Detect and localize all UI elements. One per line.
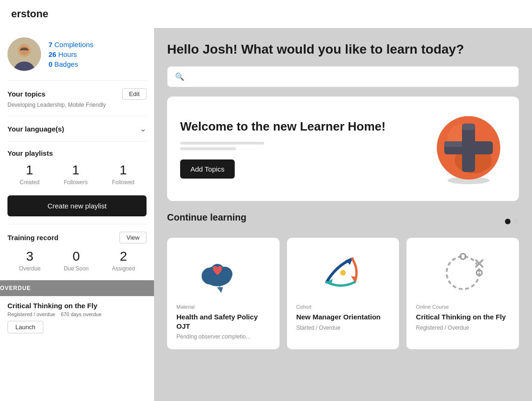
language-section[interactable]: Your language(s) ⌄ (7, 116, 147, 142)
welcome-lines (180, 142, 273, 150)
continue-header: Continue learning (167, 212, 519, 230)
followers-stat: 1 Followers (64, 163, 88, 186)
card-type-3: Online Course (416, 304, 510, 310)
overdue-section: OVERDUE (0, 280, 154, 296)
playlists-stats: 1 Created 1 Followers 1 Followed (7, 163, 147, 186)
welcome-title: Welcome to the new Learner Home! (180, 119, 385, 135)
learning-card-1[interactable]: Material Health and Safety Policy OJT Pe… (167, 238, 280, 349)
svg-rect-11 (444, 141, 462, 147)
plus-3d-icon (431, 111, 506, 186)
created-label: Created (20, 179, 40, 186)
card-status-1: Pending observer completio... (176, 333, 270, 340)
training-stats: 3 Overdue 0 Due Soon 2 Assigned (7, 249, 147, 272)
training-title: Training record (7, 234, 58, 242)
overdue-status: Registered / overdue (7, 311, 55, 317)
add-topics-button[interactable]: Add Topics (180, 159, 235, 179)
created-stat: 1 Created (20, 163, 40, 186)
avatar (7, 37, 41, 71)
main-content: Hello Josh! What would you like to learn… (154, 28, 532, 401)
playlists-section: Your playlists 1 Created 1 Followers 1 F… (7, 142, 147, 224)
card-image-2 (296, 247, 390, 298)
completions-label: Completions (55, 41, 93, 48)
badges-count: 0 (49, 60, 52, 68)
created-count: 1 (20, 163, 40, 178)
greeting: Hello Josh! What would you like to learn… (167, 42, 519, 57)
completions-count: 7 (49, 41, 52, 48)
completions-stat: 7 Completions (49, 41, 93, 48)
badges-label: Badges (55, 60, 78, 68)
assigned-count: 2 (112, 249, 135, 264)
launch-button[interactable]: Launch (7, 321, 43, 333)
overdue-stat: 3 Overdue (19, 249, 41, 272)
learning-card-2[interactable]: Cohort New Manager Orientation Started /… (287, 238, 399, 349)
overdue-item-container: Critical Thinking on the Fly Registered … (0, 296, 154, 344)
overdue-item-title: Critical Thinking on the Fly (7, 302, 147, 310)
assigned-label: Assigned (112, 265, 135, 272)
overdue-meta: Registered / overdue 670 days overdue (7, 311, 147, 317)
card-title-2: New Manager Orientation (296, 312, 390, 322)
welcome-text: Welcome to the new Learner Home! Add Top… (180, 119, 385, 179)
svg-rect-9 (462, 124, 475, 172)
language-title: Your language(s) (7, 125, 64, 133)
card-title-1: Health and Safety Policy OJT (176, 312, 270, 331)
hours-count: 26 (49, 50, 56, 58)
health-safety-icon (200, 252, 246, 294)
training-view-button[interactable]: View (119, 232, 147, 243)
overdue-item: Critical Thinking on the Fly Registered … (7, 296, 147, 336)
topics-value: Developing Leadership, Mobile Friendly (7, 102, 147, 108)
welcome-card: Welcome to the new Learner Home! Add Top… (167, 97, 519, 201)
due-soon-label: Due Soon (64, 265, 89, 272)
overdue-label: Overdue (19, 265, 41, 272)
card-status-2: Started / Overdue (296, 325, 390, 331)
search-icon: 🔍 (175, 72, 184, 81)
playlists-title: Your playlists (7, 149, 147, 157)
card-image-1 (176, 247, 270, 298)
due-soon-stat: 0 Due Soon (64, 249, 89, 272)
search-bar[interactable]: 🔍 (167, 66, 519, 87)
profile-section: 7 Completions 26 Hours 0 Badges (7, 37, 147, 81)
logo: erstone (11, 8, 48, 20)
hours-stat: 26 Hours (49, 50, 93, 58)
sidebar: 7 Completions 26 Hours 0 Badges Your top… (0, 28, 154, 401)
followed-stat: 1 Followed (112, 163, 134, 186)
welcome-line-1 (180, 142, 264, 145)
card-image-3 (416, 247, 510, 298)
main-layout: 7 Completions 26 Hours 0 Badges Your top… (0, 28, 532, 401)
hours-label: Hours (58, 50, 77, 58)
followers-count: 1 (64, 163, 88, 178)
svg-point-21 (340, 270, 346, 276)
topics-edit-button[interactable]: Edit (122, 88, 147, 100)
overdue-section-label: OVERDUE (0, 285, 154, 291)
search-input[interactable] (189, 73, 511, 81)
critical-thinking-icon (437, 252, 489, 294)
dot-active (505, 219, 511, 224)
card-type-2: Cohort (296, 304, 390, 310)
topics-header: Your topics Edit (7, 88, 147, 100)
due-soon-count: 0 (64, 249, 89, 264)
followed-label: Followed (112, 179, 134, 186)
overdue-days: 670 days overdue (61, 311, 101, 317)
topics-section: Your topics Edit Developing Leadership, … (7, 81, 147, 116)
followed-count: 1 (112, 163, 134, 178)
learning-card-3[interactable]: Online Course Critical Thinking on the F… (406, 238, 519, 349)
cards-grid: Material Health and Safety Policy OJT Pe… (167, 238, 519, 349)
manager-orientation-icon (317, 252, 369, 294)
training-section: Training record View 3 Overdue 0 Due Soo… (7, 224, 147, 280)
overdue-count: 3 (19, 249, 41, 264)
continue-learning-title: Continue learning (167, 212, 246, 223)
svg-point-22 (447, 256, 479, 289)
create-playlist-button[interactable]: Create new playlist (7, 195, 147, 216)
welcome-line-2 (180, 147, 236, 150)
card-type-1: Material (176, 304, 270, 310)
card-status-3: Registered / Overdue (416, 325, 510, 331)
assigned-stat: 2 Assigned (112, 249, 135, 272)
dot-inactive (513, 219, 519, 224)
topics-title: Your topics (7, 90, 45, 98)
plus-icon-container (431, 111, 506, 186)
svg-rect-10 (462, 124, 475, 130)
chevron-down-icon: ⌄ (140, 124, 147, 134)
carousel-dots (505, 219, 519, 224)
training-header: Training record View (7, 232, 147, 243)
continue-section: Continue learning (167, 212, 519, 349)
badges-stat: 0 Badges (49, 60, 93, 68)
